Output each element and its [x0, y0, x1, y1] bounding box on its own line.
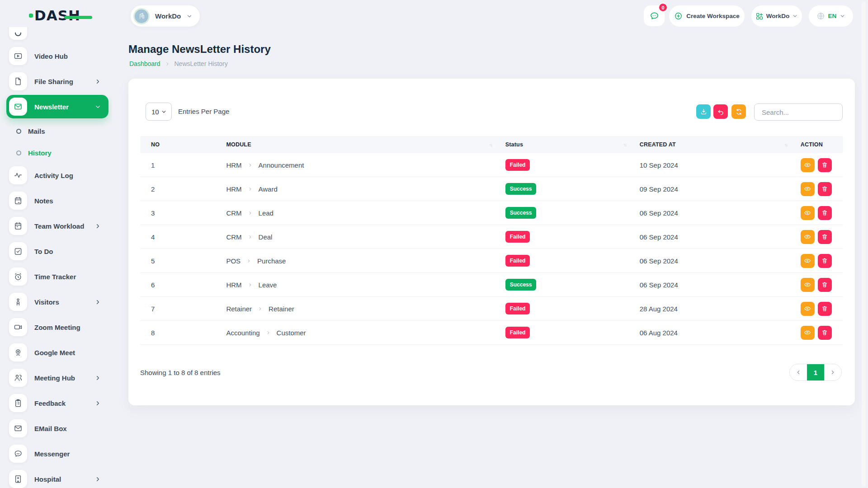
- notifications-button[interactable]: 0: [644, 5, 665, 26]
- notification-badge: 0: [658, 3, 668, 12]
- search-input[interactable]: [754, 103, 843, 121]
- pagination-prev-button[interactable]: [790, 364, 807, 380]
- logo-dot: [29, 14, 33, 18]
- sidebar-item-label: Visitors: [34, 298, 59, 306]
- sidebar-item-google-meet[interactable]: Google Meet: [9, 343, 102, 361]
- workspace-name: WorkDo: [155, 12, 181, 20]
- cell-module: RetainerRetainer: [215, 305, 494, 313]
- view-button[interactable]: [801, 158, 815, 172]
- sidebar-subitem-label: History: [28, 149, 52, 157]
- view-button[interactable]: [801, 182, 815, 196]
- sidebar-item-mails[interactable]: Mails: [16, 125, 112, 137]
- view-button[interactable]: [801, 326, 815, 340]
- sidebar-item-meeting-hub[interactable]: Meeting Hub: [9, 369, 102, 387]
- chat-bubble-icon: [649, 11, 660, 21]
- cell-module: HRMLeave: [215, 281, 494, 289]
- chevron-right-icon: [248, 235, 253, 239]
- table-row: 5POSPurchaseFailed06 Sep 2024: [140, 249, 843, 273]
- meeting-hub-icon: [9, 369, 27, 387]
- bullet-icon: [16, 150, 21, 155]
- delete-button[interactable]: [818, 302, 832, 316]
- delete-button[interactable]: [818, 254, 832, 268]
- zoom-meeting-icon: [9, 318, 27, 336]
- workspace-switcher-button[interactable]: WorkDo: [751, 5, 802, 27]
- sidebar-item-feedback[interactable]: Feedback: [9, 394, 102, 412]
- column-header-module[interactable]: MODULE↑↓: [215, 141, 494, 148]
- entries-per-page-select[interactable]: 10: [146, 103, 172, 121]
- chevron-right-icon: [94, 223, 101, 230]
- delete-button[interactable]: [818, 206, 832, 220]
- time-tracker-icon: [9, 267, 27, 286]
- cell-created-at: 09 Sep 2024: [629, 185, 790, 193]
- column-header-no: NO: [140, 141, 215, 148]
- delete-button[interactable]: [818, 278, 832, 292]
- view-button[interactable]: [801, 230, 815, 244]
- sidebar-item-to-do[interactable]: To Do: [9, 242, 102, 260]
- cell-created-at: 10 Sep 2024: [629, 161, 790, 169]
- sidebar-item-label: Google Meet: [34, 349, 75, 357]
- breadcrumb-dashboard-link[interactable]: Dashboard: [129, 60, 160, 67]
- status-badge: Success: [505, 183, 537, 195]
- view-button[interactable]: [801, 278, 815, 292]
- view-button[interactable]: [801, 302, 815, 316]
- status-badge: Failed: [505, 303, 530, 314]
- sidebar-item-file-sharing[interactable]: File Sharing: [9, 72, 102, 90]
- sidebar-item-history[interactable]: History: [16, 146, 112, 159]
- sidebar-item-time-tracker[interactable]: Time Tracker: [9, 267, 102, 286]
- sidebar-item-zoom-meeting[interactable]: Zoom Meeting: [9, 318, 102, 336]
- cell-status: Failed: [495, 255, 629, 267]
- refresh-button[interactable]: [731, 104, 746, 119]
- export-download-button[interactable]: [696, 104, 711, 119]
- chevron-down-icon: [186, 13, 193, 19]
- workspace-avatar: [133, 8, 150, 24]
- trash-icon: [821, 209, 828, 216]
- sidebar-item-activity-log[interactable]: Activity Log: [9, 166, 102, 184]
- cell-no: 1: [140, 161, 215, 169]
- sidebar-item-hospital[interactable]: Hospital: [9, 470, 102, 488]
- delete-button[interactable]: [818, 158, 832, 172]
- sidebar-item-label: Feedback: [34, 399, 66, 407]
- chevron-down-icon: [161, 109, 167, 115]
- cell-status: Failed: [495, 303, 629, 314]
- sidebar-item-label: EMail Box: [34, 425, 67, 432]
- cell-module: AccountingCustomer: [215, 329, 494, 337]
- cell-module: HRMAnnouncement: [215, 161, 494, 169]
- undo-button[interactable]: [713, 104, 728, 119]
- sidebar-item-email-box[interactable]: EMail Box: [9, 419, 102, 437]
- page-title: Manage NewsLetter History: [128, 43, 271, 56]
- delete-button[interactable]: [818, 230, 832, 244]
- pagination-next-button[interactable]: [824, 364, 841, 380]
- sidebar-item-team-workload[interactable]: Team Workload: [9, 217, 102, 235]
- language-selector[interactable]: EN: [809, 5, 853, 27]
- delete-button[interactable]: [818, 182, 832, 196]
- app-logo[interactable]: DASH: [29, 7, 80, 23]
- table-row: 8AccountingCustomerFailed06 Aug 2024: [140, 321, 843, 345]
- download-icon: [700, 108, 708, 116]
- sidebar-item-video-hub[interactable]: Video Hub: [9, 47, 102, 65]
- sidebar-item-visitors[interactable]: Visitors: [9, 293, 102, 311]
- chevron-right-icon: [94, 375, 101, 381]
- page-scrollbar[interactable]: [862, 2, 866, 486]
- create-workspace-label: Create Workspace: [686, 13, 740, 19]
- create-workspace-button[interactable]: Create Workspace: [669, 5, 745, 27]
- column-header-status[interactable]: Status↑↓: [495, 141, 629, 148]
- sidebar-item-messenger[interactable]: Messenger: [9, 445, 102, 463]
- view-button[interactable]: [801, 254, 815, 268]
- pagination-page-1[interactable]: 1: [807, 364, 824, 380]
- chevron-right-icon: [165, 61, 170, 66]
- column-header-created-at[interactable]: CREATED AT↑↓: [629, 141, 790, 148]
- sort-icon: ↑↓: [623, 142, 626, 147]
- activity-log-icon: [9, 166, 27, 184]
- sidebar-item-partial[interactable]: [9, 27, 102, 40]
- showing-entries-text: Showing 1 to 8 of 8 entries: [140, 369, 221, 376]
- delete-button[interactable]: [818, 326, 832, 340]
- cell-created-at: 28 Aug 2024: [629, 305, 790, 313]
- sidebar-item-newsletter[interactable]: Newsletter: [6, 95, 108, 118]
- chevron-right-icon: [266, 330, 271, 335]
- to-do-icon: [9, 242, 27, 260]
- view-button[interactable]: [801, 206, 815, 220]
- chevron-right-icon: [258, 306, 263, 311]
- sidebar-item-notes[interactable]: Notes: [9, 192, 102, 210]
- workspace-selector[interactable]: WorkDo: [131, 5, 200, 27]
- table-row: 1HRMAnnouncementFailed10 Sep 2024: [140, 153, 843, 177]
